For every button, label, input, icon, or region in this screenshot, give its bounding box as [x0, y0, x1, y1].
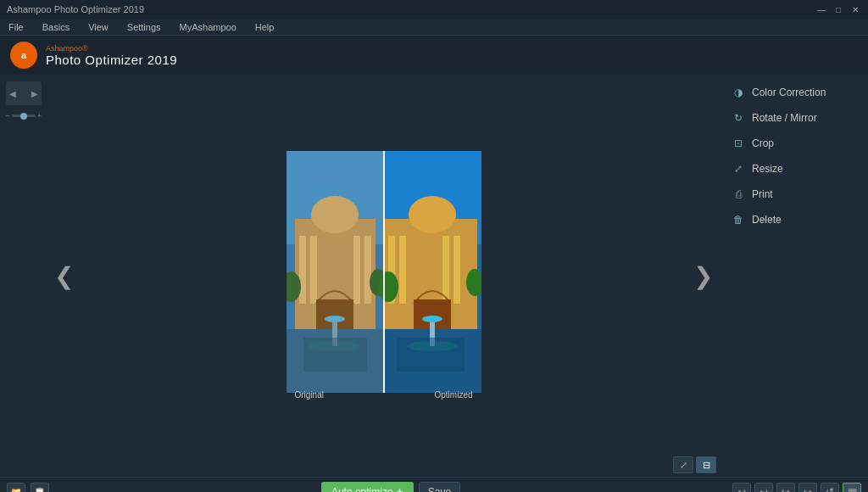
left-panel: ◀ ▶ − +: [0, 75, 47, 477]
rotate-mirror-label: Rotate / Mirror: [752, 112, 817, 124]
close-button[interactable]: ✕: [849, 3, 861, 15]
rotate-mirror-icon: ↻: [732, 111, 745, 125]
maximize-button[interactable]: □: [832, 3, 844, 15]
print-label: Print: [752, 188, 773, 200]
panel-item-resize[interactable]: ⤢Resize: [725, 158, 863, 180]
panel-item-rotate-mirror[interactable]: ↻Rotate / Mirror: [725, 107, 863, 129]
nav-right-icon[interactable]: ▶: [31, 89, 38, 98]
svg-rect-27: [442, 236, 449, 304]
redo2-button[interactable]: ↪: [798, 483, 817, 492]
svg-text:a: a: [21, 50, 27, 60]
resize-label: Resize: [752, 163, 783, 175]
titlebar: Ashampoo Photo Optimizer 2019 — □ ✕: [0, 0, 868, 19]
svg-rect-24: [418, 209, 447, 221]
logo-text: Ashampoo® Photo Optimizer 2019: [46, 44, 177, 67]
original-label: Original: [295, 390, 324, 400]
image-divider: [383, 151, 385, 393]
prev-image-button[interactable]: ❮: [54, 262, 74, 290]
add-files-button[interactable]: 📋: [31, 483, 49, 492]
undo-button[interactable]: ↩: [732, 483, 751, 492]
svg-rect-11: [364, 236, 371, 304]
svg-point-32: [422, 316, 442, 322]
logobar: a Ashampoo® Photo Optimizer 2019: [0, 36, 868, 75]
redo3-button[interactable]: ↺: [821, 483, 839, 492]
expand-view-button[interactable]: ⤢: [673, 456, 693, 473]
auto-optimize-label: Auto optimize: [331, 486, 393, 492]
logo-brand: Ashampoo®: [46, 44, 177, 53]
menu-item-settings[interactable]: Settings: [124, 20, 164, 34]
toolbar-right: ↩ ↩ ↪ ↪ ↺ ▦: [732, 483, 861, 492]
menu-item-view[interactable]: View: [85, 20, 112, 34]
print-icon: ⎙: [732, 187, 745, 201]
color-correction-label: Color Correction: [752, 87, 826, 98]
nav-left-icon[interactable]: ◀: [9, 89, 16, 98]
titlebar-title: Ashampoo Photo Optimizer 2019: [7, 4, 144, 14]
resize-icon: ⤢: [732, 162, 745, 176]
zoom-slider[interactable]: − +: [6, 112, 42, 120]
zoom-minus-icon[interactable]: −: [6, 112, 10, 120]
svg-point-33: [378, 271, 398, 302]
browse-folder-button[interactable]: 📁: [7, 483, 25, 492]
nav-controls: ◀ ▶: [6, 81, 42, 105]
menu-item-help[interactable]: Help: [252, 20, 278, 34]
titlebar-controls: — □ ✕: [815, 3, 861, 15]
toolbar-row: 📁 📋 Auto optimize + Save ↩ ↩ ↪ ↪ ↺ ▦: [0, 478, 868, 492]
logo-product: Photo Optimizer 2019: [46, 53, 177, 67]
panel-item-color-correction[interactable]: ◑Color Correction: [725, 81, 863, 103]
next-image-button[interactable]: ❯: [693, 262, 713, 290]
svg-rect-18: [303, 338, 367, 372]
delete-label: Delete: [752, 214, 782, 226]
crop-label: Crop: [752, 137, 774, 149]
auto-optimize-plus: +: [397, 485, 403, 492]
view-toggle-button[interactable]: ▦: [843, 483, 861, 492]
image-comparison: Original Optimized: [287, 151, 481, 401]
toolbar-left: 📁 📋: [7, 483, 49, 492]
minimize-button[interactable]: —: [815, 3, 827, 15]
zoom-thumb[interactable]: [20, 113, 27, 120]
svg-rect-35: [397, 338, 465, 372]
menu-item-file[interactable]: File: [5, 20, 27, 34]
panel-item-print[interactable]: ⎙Print: [725, 183, 863, 205]
redo-button[interactable]: ↪: [776, 483, 795, 492]
bottom-bar: 📁 📋 Auto optimize + Save ↩ ↩ ↪ ↪ ↺ ▦ ✓ ✓: [0, 477, 868, 492]
panel-item-crop[interactable]: ⊡Crop: [725, 132, 863, 154]
main-area: ◀ ▶ − + ❮: [0, 75, 868, 477]
auto-optimize-button[interactable]: Auto optimize +: [321, 482, 414, 492]
svg-rect-8: [299, 236, 306, 304]
svg-point-15: [325, 316, 345, 322]
undo2-button[interactable]: ↩: [754, 483, 773, 492]
svg-rect-26: [399, 236, 406, 304]
zoom-track[interactable]: [12, 115, 36, 117]
menu-item-myashampoo[interactable]: MyAshampoo: [176, 20, 240, 34]
logo-icon: a: [10, 42, 37, 69]
svg-rect-10: [353, 236, 360, 304]
center-image-area: ❮: [47, 75, 720, 477]
svg-rect-7: [320, 209, 349, 221]
zoom-plus-icon[interactable]: +: [37, 112, 42, 120]
optimized-label: Optimized: [434, 390, 472, 400]
panel-item-delete[interactable]: 🗑Delete: [725, 209, 863, 231]
menubar: FileBasicsViewSettingsMyAshampooHelp: [0, 19, 868, 36]
save-button[interactable]: Save: [419, 482, 460, 492]
menu-item-basics[interactable]: Basics: [39, 20, 73, 34]
right-panel: ◑Color Correction↻Rotate / Mirror⊡Crop⤢R…: [720, 75, 868, 477]
color-correction-icon: ◑: [732, 86, 745, 99]
view-controls: ⤢ ⊟: [673, 456, 716, 473]
toolbar-center: Auto optimize + Save: [56, 482, 726, 492]
delete-icon: 🗑: [732, 213, 745, 226]
split-view-button[interactable]: ⊟: [696, 456, 716, 473]
svg-rect-9: [310, 236, 317, 304]
svg-rect-28: [453, 236, 460, 304]
crop-icon: ⊡: [732, 137, 745, 150]
